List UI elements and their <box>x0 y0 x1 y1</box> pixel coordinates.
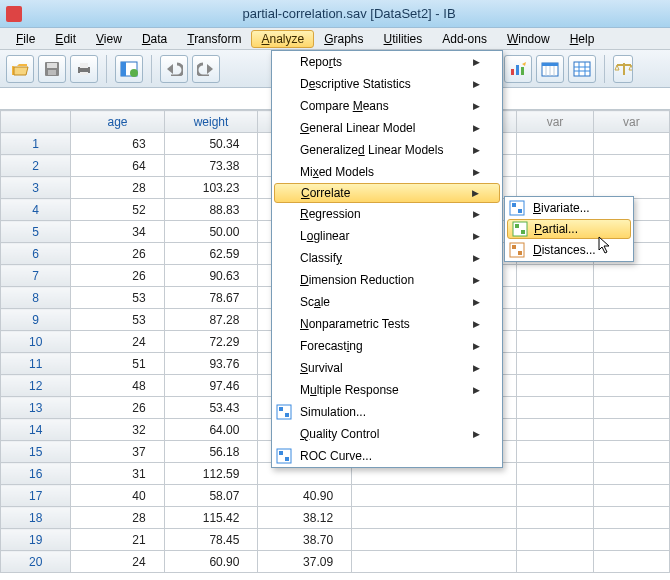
analyze-menu-item[interactable]: Descriptive Statistics▶ <box>272 73 502 95</box>
cell-empty[interactable] <box>517 419 593 441</box>
analyze-menu-item[interactable]: Loglinear▶ <box>272 225 502 247</box>
analyze-menu-item[interactable]: General Linear Model▶ <box>272 117 502 139</box>
cell-empty[interactable] <box>517 441 593 463</box>
row-header[interactable]: 10 <box>1 331 71 353</box>
cell-empty[interactable] <box>593 375 669 397</box>
row-header[interactable]: 8 <box>1 287 71 309</box>
redo-icon[interactable] <box>192 55 220 83</box>
data-view-icon[interactable] <box>115 55 143 83</box>
cell-empty[interactable] <box>593 419 669 441</box>
menu-edit[interactable]: Edit <box>45 30 86 48</box>
cell[interactable]: 53.43 <box>164 397 258 419</box>
cell[interactable]: 87.28 <box>164 309 258 331</box>
cell-empty[interactable] <box>517 485 593 507</box>
row-header[interactable]: 4 <box>1 199 71 221</box>
analyze-menu-item[interactable]: Forecasting▶ <box>272 335 502 357</box>
row-header[interactable]: 11 <box>1 353 71 375</box>
cell[interactable]: 24 <box>71 331 164 353</box>
grid-icon[interactable] <box>568 55 596 83</box>
undo-icon[interactable] <box>160 55 188 83</box>
cell-empty[interactable] <box>517 397 593 419</box>
cell[interactable]: 72.29 <box>164 331 258 353</box>
chart-icon[interactable] <box>504 55 532 83</box>
row-header[interactable]: 19 <box>1 529 71 551</box>
col-header[interactable]: weight <box>164 111 258 133</box>
row-header[interactable]: 14 <box>1 419 71 441</box>
cell-empty[interactable] <box>517 133 593 155</box>
analyze-menu-item[interactable]: Survival▶ <box>272 357 502 379</box>
cell-empty[interactable] <box>517 463 593 485</box>
cell-empty[interactable] <box>517 353 593 375</box>
analyze-menu-item[interactable]: Correlate▶ <box>274 183 500 203</box>
menu-utilities[interactable]: Utilities <box>374 30 433 48</box>
cell[interactable]: 103.23 <box>164 177 258 199</box>
row-header[interactable]: 5 <box>1 221 71 243</box>
cell[interactable]: 63 <box>71 133 164 155</box>
menu-view[interactable]: View <box>86 30 132 48</box>
cell-empty[interactable] <box>593 155 669 177</box>
analyze-menu-item[interactable]: Scale▶ <box>272 291 502 313</box>
cell[interactable]: 50.00 <box>164 221 258 243</box>
cell-empty[interactable] <box>517 375 593 397</box>
analyze-menu-item[interactable]: Classify▶ <box>272 247 502 269</box>
cell[interactable]: 24 <box>71 551 164 573</box>
cell[interactable]: 90.63 <box>164 265 258 287</box>
analyze-menu-item[interactable]: Nonparametric Tests▶ <box>272 313 502 335</box>
cell[interactable]: 28 <box>71 507 164 529</box>
cell[interactable]: 32 <box>71 419 164 441</box>
cell-empty[interactable] <box>517 155 593 177</box>
row-header[interactable]: 17 <box>1 485 71 507</box>
cell[interactable]: 26 <box>71 265 164 287</box>
analyze-menu-item[interactable]: ROC Curve... <box>272 445 502 467</box>
cell[interactable]: 62.59 <box>164 243 258 265</box>
cell-empty[interactable] <box>593 353 669 375</box>
cell[interactable]: 38.70 <box>258 529 352 551</box>
row-header[interactable]: 18 <box>1 507 71 529</box>
open-icon[interactable] <box>6 55 34 83</box>
row-header[interactable]: 16 <box>1 463 71 485</box>
row-header[interactable]: 20 <box>1 551 71 573</box>
cell[interactable]: 40.90 <box>258 485 352 507</box>
col-header-empty[interactable]: var <box>593 111 669 133</box>
cell[interactable]: 97.46 <box>164 375 258 397</box>
cell[interactable]: 51 <box>71 353 164 375</box>
row-header[interactable]: 3 <box>1 177 71 199</box>
cell[interactable]: 60.90 <box>164 551 258 573</box>
cell-empty[interactable] <box>517 551 593 573</box>
cell-empty[interactable] <box>593 287 669 309</box>
menu-add-ons[interactable]: Add-ons <box>432 30 497 48</box>
cell-empty[interactable] <box>593 265 669 287</box>
row-header[interactable]: 15 <box>1 441 71 463</box>
cell[interactable]: 31 <box>71 463 164 485</box>
cell[interactable]: 52 <box>71 199 164 221</box>
cell-empty[interactable] <box>517 287 593 309</box>
correlate-submenu-item[interactable]: Distances... <box>505 239 633 261</box>
col-header[interactable]: age <box>71 111 164 133</box>
menu-transform[interactable]: Transform <box>177 30 251 48</box>
cell-empty[interactable] <box>593 507 669 529</box>
menu-data[interactable]: Data <box>132 30 177 48</box>
cell[interactable]: 48 <box>71 375 164 397</box>
analyze-menu-item[interactable]: Multiple Response▶ <box>272 379 502 401</box>
cell[interactable]: 53 <box>71 287 164 309</box>
cell-empty[interactable] <box>593 529 669 551</box>
analyze-menu-item[interactable]: Quality Control▶ <box>272 423 502 445</box>
cell[interactable]: 38.12 <box>258 507 352 529</box>
cell[interactable]: 56.18 <box>164 441 258 463</box>
menu-analyze[interactable]: Analyze <box>251 30 314 48</box>
cell[interactable]: 40 <box>71 485 164 507</box>
cell[interactable]: 37.09 <box>258 551 352 573</box>
analyze-menu-item[interactable]: Mixed Models▶ <box>272 161 502 183</box>
calendar-icon[interactable] <box>536 55 564 83</box>
menu-window[interactable]: Window <box>497 30 560 48</box>
row-header[interactable]: 13 <box>1 397 71 419</box>
correlate-submenu-item[interactable]: Partial... <box>507 219 631 239</box>
cell-empty[interactable] <box>517 309 593 331</box>
cell-empty[interactable] <box>593 485 669 507</box>
correlate-submenu-item[interactable]: Bivariate... <box>505 197 633 219</box>
cell[interactable]: 78.45 <box>164 529 258 551</box>
cell[interactable]: 64.00 <box>164 419 258 441</box>
cell[interactable]: 64 <box>71 155 164 177</box>
analyze-menu-item[interactable]: Compare Means▶ <box>272 95 502 117</box>
menu-graphs[interactable]: Graphs <box>314 30 373 48</box>
